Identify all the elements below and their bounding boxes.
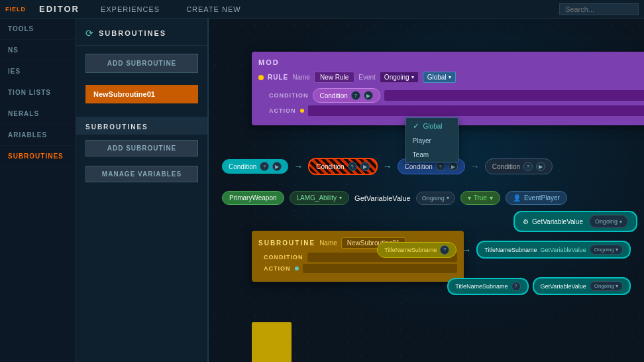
title-name-row: TitleNameSubname ? → TitleNameSubname Ge… [377, 241, 631, 259]
chevron-down-icon: ▾ [616, 283, 618, 289]
search-input[interactable] [559, 3, 639, 15]
event-dropdown[interactable]: Ongoing ▾ [380, 72, 419, 83]
info-icon[interactable]: ? [511, 282, 521, 291]
sub-action-dot [295, 267, 299, 271]
lamg-ability-dropdown[interactable]: LAMG_Ability ▾ [290, 191, 350, 205]
nav-create-new[interactable]: CREATE NEW [173, 0, 254, 19]
sidebar: TOOLS NS IES TION LISTS NERALS ARIABLES … [0, 19, 76, 362]
condition-node-cyan[interactable]: Condition ? ▶ [222, 159, 288, 174]
play-icon[interactable]: ▶ [364, 91, 373, 100]
gear-icon: ⚙ [523, 218, 529, 225]
true-button[interactable]: ▾ True ▾ [460, 191, 500, 205]
info-icon[interactable]: ? [436, 162, 445, 171]
primary-weapon-pill[interactable]: PrimaryWeapon [222, 191, 284, 205]
arrow-right-icon: → [383, 161, 392, 172]
title-name-subname-getvar[interactable]: TitleNameSubname GetVariableValue Ongoin… [476, 241, 631, 259]
action-label: ACTION [269, 107, 296, 114]
chevron-down-icon: ▾ [449, 74, 451, 80]
info-icon: ? [523, 162, 533, 171]
sub-action-label: ACTION [264, 265, 291, 272]
condition-bar [384, 90, 644, 101]
rule-dot [258, 75, 264, 80]
scope-dropdown[interactable]: Global ▾ ✓ Global Player Team [423, 72, 456, 83]
sidebar-item-subroutines[interactable]: SUBROUTINES [0, 146, 76, 167]
condition-node-dark: Condition ? ▶ [485, 158, 553, 174]
chevron-down-icon: ▾ [619, 219, 622, 225]
info-icon[interactable]: ? [348, 162, 357, 171]
sidebar-item-tools[interactable]: TOOLS [0, 19, 76, 40]
sidebar-item-tion-lists[interactable]: TION LISTS [0, 82, 76, 103]
action-getvar-pill[interactable]: GetVariableValue Ongoing ▾ [533, 277, 631, 295]
play-icon: ▶ [536, 162, 545, 171]
info-icon[interactable]: ? [440, 245, 449, 255]
nav-experiences[interactable]: EXPERIENCES [87, 0, 173, 19]
get-variable-value-teal[interactable]: ⚙ GetVariableValue Ongoing ▾ [513, 211, 637, 232]
sidebar-item-ariables[interactable]: ARIABLES [0, 125, 76, 146]
chevron-down-icon: ▾ [468, 194, 471, 202]
manage-variables-button[interactable]: MANAGE VARIABLES [85, 166, 198, 182]
action-title-row: TitleNameSubname ? GetVariableValue Ongo… [447, 277, 631, 295]
arrow-right-icon: → [294, 161, 303, 172]
chevron-down-icon: ▾ [616, 247, 618, 253]
event-player-pill[interactable]: 👤 EventPlayer [506, 191, 567, 205]
subroutines-title: SUBROUTINES [99, 29, 166, 37]
yellow-bar [252, 322, 292, 362]
app-title: EDITOR [31, 4, 87, 14]
variable-row: PrimaryWeapon LAMG_Ability ▾ GetVariable… [222, 191, 567, 205]
person-icon: 👤 [513, 194, 521, 202]
ongoing-sm[interactable]: Ongoing ▾ [590, 245, 623, 255]
scope-option-player[interactable]: Player [406, 134, 458, 148]
name-label: Name [292, 74, 310, 81]
subroutines-header: ⟳ SUBROUTINES [76, 19, 207, 46]
play-icon[interactable]: ▶ [360, 162, 370, 171]
rule-row: RULE Name New Rule Event Ongoing ▾ Globa… [258, 72, 644, 83]
ongoing-dropdown-sm[interactable]: Ongoing ▾ [589, 215, 628, 228]
mod-title: MOD [258, 58, 644, 66]
subroutines-panel: ⟳ SUBROUTINES ADD SUBROUTINE NewSubrouti… [76, 19, 209, 362]
title-name-subname-pill-1[interactable]: TitleNameSubname ? [377, 242, 456, 258]
chevron-down-icon: ▾ [447, 195, 449, 201]
condition-pill[interactable]: Condition ? ▶ [313, 88, 380, 103]
condition-row: CONDITION Condition ? ▶ [258, 88, 644, 103]
scope-option-global[interactable]: ✓ Global [406, 118, 458, 134]
sidebar-item-ns[interactable]: NS [0, 40, 76, 61]
scope-option-team[interactable]: Team [406, 148, 458, 162]
scope-dropdown-menu: ✓ Global Player Team [405, 117, 458, 162]
action-bar [308, 105, 645, 116]
action-row: ACTION [258, 105, 644, 116]
sub-action-row: ACTION [258, 264, 457, 273]
subroutine-item-0[interactable]: NewSubroutine01 [85, 85, 198, 103]
action-dot [300, 109, 304, 113]
subroutine-title: SUBROUTINE [258, 239, 315, 247]
play-icon[interactable]: ▶ [272, 162, 282, 171]
condition-node-red[interactable]: Condition ? ▶ [308, 158, 377, 175]
chevron-down-icon: ▾ [339, 195, 342, 201]
ongoing-dropdown[interactable]: Ongoing ▾ [416, 192, 455, 205]
ongoing-sm-2[interactable]: Ongoing ▾ [590, 281, 623, 291]
sub-condition-label: CONDITION [264, 254, 303, 261]
chevron-down-icon: ▾ [411, 74, 414, 80]
event-label: Event [358, 74, 376, 81]
info-icon[interactable]: ? [351, 91, 360, 100]
play-icon[interactable]: ▶ [449, 162, 458, 171]
rule-label: RULE [268, 74, 288, 81]
action-title-name-pill[interactable]: TitleNameSubname ? [447, 278, 528, 295]
get-variable-value-pill[interactable]: GetVariableValue [354, 194, 411, 202]
mod-block: MOD RULE Name New Rule Event Ongoing ▾ G… [252, 52, 644, 125]
arrow-right-icon: → [470, 161, 480, 172]
condition-label: CONDITION [269, 92, 309, 99]
add-subroutine-button[interactable]: ADD SUBROUTINE [85, 54, 198, 73]
sidebar-item-ies[interactable]: IES [0, 61, 76, 82]
get-var-row: ⚙ GetVariableValue Ongoing ▾ [513, 211, 637, 232]
subroutines-icon: ⟳ [85, 28, 93, 38]
check-icon: ✓ [413, 121, 419, 131]
brand-label: FIELD [0, 6, 31, 13]
sidebar-item-nerals[interactable]: NERALS [0, 103, 76, 125]
add-subroutine-button-2[interactable]: ADD SUBROUTINE [85, 140, 198, 156]
canvas: MOD RULE Name New Rule Event Ongoing ▾ G… [209, 19, 644, 362]
rule-name-value[interactable]: New Rule [314, 72, 354, 83]
info-icon[interactable]: ? [260, 162, 269, 171]
arrow-right-icon: → [462, 245, 471, 255]
nav-items: EXPERIENCES CREATE NEW [87, 0, 254, 19]
condition-nodes: Condition ? ▶ → Condition ? ▶ → Conditio… [222, 158, 553, 175]
